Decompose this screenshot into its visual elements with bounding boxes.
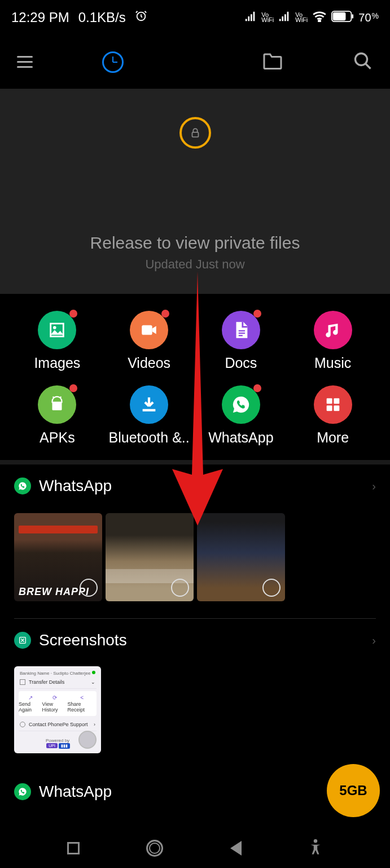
nav-recents-button[interactable] <box>67 842 80 854</box>
search-button[interactable] <box>353 51 373 73</box>
music-icon <box>314 311 352 349</box>
category-whatsapp[interactable]: WhatsApp <box>195 385 287 446</box>
section-title: WhatsApp <box>39 477 364 495</box>
svg-rect-15 <box>334 405 339 411</box>
clock-icon <box>102 51 124 73</box>
svg-rect-13 <box>334 398 339 404</box>
image-icon <box>38 311 76 349</box>
private-files-area[interactable]: Release to view private files Updated Ju… <box>0 89 390 294</box>
category-label: Docs <box>225 355 257 371</box>
battery-icon <box>331 11 354 25</box>
thumbnail[interactable]: BREW HAPPI <box>14 513 102 601</box>
nav-home-button[interactable] <box>146 840 163 857</box>
category-apks[interactable]: APKs <box>11 385 103 446</box>
svg-rect-12 <box>326 398 332 404</box>
new-badge <box>161 310 169 318</box>
category-label: Music <box>314 355 351 371</box>
status-time: 12:29 PM <box>11 10 69 25</box>
download-icon <box>130 385 168 424</box>
tab-recent[interactable] <box>33 51 193 73</box>
fab-label: 5GB <box>339 783 367 798</box>
status-bar: 12:29 PM 0.1KB/s VoWiFi VoWiFi 70% <box>0 0 390 35</box>
svg-rect-3 <box>333 12 346 20</box>
vowifi-icon-2: VoWiFi <box>295 12 308 23</box>
chevron-right-icon: › <box>372 634 376 647</box>
svg-rect-4 <box>352 14 354 18</box>
menu-button[interactable] <box>17 56 33 68</box>
nav-back-button[interactable] <box>230 841 242 856</box>
category-label: Videos <box>128 355 170 371</box>
new-badge <box>253 384 261 392</box>
whatsapp-icon <box>14 478 31 494</box>
svg-rect-6 <box>192 132 198 137</box>
section-screenshots[interactable]: Screenshots › <box>0 619 390 655</box>
thumbnail[interactable] <box>106 513 194 601</box>
new-badge <box>253 310 261 318</box>
new-badge <box>69 384 77 392</box>
category-music[interactable]: Music <box>287 311 379 371</box>
folder-icon <box>262 52 283 72</box>
svg-point-10 <box>54 399 56 401</box>
svg-point-11 <box>59 399 60 401</box>
svg-rect-8 <box>142 326 152 335</box>
category-label: APKs <box>40 429 75 446</box>
toolbar <box>0 35 390 89</box>
thumbnail[interactable]: Banking Name · Sudipto Chatterjee Transf… <box>14 666 101 753</box>
android-icon <box>38 385 76 424</box>
svg-rect-14 <box>326 405 332 411</box>
status-speed: 0.1KB/s <box>78 10 126 25</box>
category-docs[interactable]: Docs <box>195 311 287 371</box>
doc-icon <box>222 311 260 349</box>
screenshot-icon <box>14 632 31 649</box>
category-grid: ImagesVideosDocsMusicAPKsBluetooth &..Wh… <box>0 294 390 465</box>
nav-accessibility-button[interactable] <box>308 839 323 858</box>
tab-storage[interactable] <box>193 52 353 72</box>
category-label: Bluetooth &.. <box>109 429 190 446</box>
thumbnail[interactable] <box>197 513 285 601</box>
category-label: Images <box>34 355 80 371</box>
battery-percent: 70 <box>358 11 371 24</box>
category-label: More <box>317 429 349 446</box>
signal-icon <box>244 11 257 24</box>
video-icon <box>130 311 168 349</box>
lock-ring-icon <box>179 117 211 149</box>
chevron-right-icon: › <box>372 480 376 493</box>
more-icon <box>314 385 352 424</box>
wifi-icon <box>312 11 327 25</box>
category-more[interactable]: More <box>287 385 379 446</box>
hamburger-icon <box>17 56 33 68</box>
section-whatsapp[interactable]: WhatsApp › BREW HAPPI <box>0 465 390 607</box>
storage-fab[interactable]: 5GB <box>327 764 380 817</box>
category-images[interactable]: Images <box>11 311 103 371</box>
private-subtitle: Updated Just now <box>145 257 244 272</box>
svg-point-17 <box>314 839 317 843</box>
whatsapp-icon <box>14 783 31 800</box>
section-title: Screenshots <box>39 631 364 649</box>
new-badge <box>69 310 77 318</box>
signal-icon-2 <box>278 11 291 24</box>
category-bluetooth-[interactable]: Bluetooth &.. <box>103 385 195 446</box>
section-title: WhatsApp <box>39 783 376 801</box>
svg-point-7 <box>53 326 56 329</box>
search-icon <box>353 51 373 73</box>
nav-bar <box>0 828 390 868</box>
svg-rect-9 <box>52 402 62 410</box>
svg-point-5 <box>356 53 367 65</box>
whatsapp-icon <box>222 385 260 424</box>
category-videos[interactable]: Videos <box>103 311 195 371</box>
alarm-icon <box>135 10 147 25</box>
vowifi-icon-1: VoWiFi <box>261 12 274 23</box>
svg-point-1 <box>319 20 321 21</box>
category-label: WhatsApp <box>208 429 273 446</box>
private-title: Release to view private files <box>90 233 300 253</box>
